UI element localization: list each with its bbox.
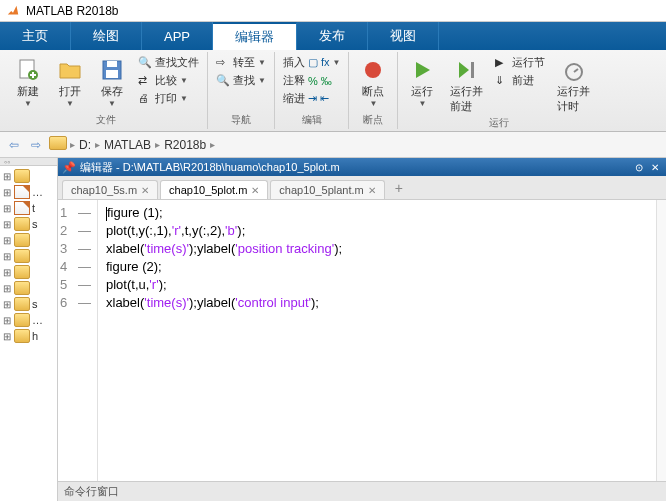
- group-edit: 插入 ▢ fx ▼ 注释 % ‰ 缩进 ⇥ ⇤ 编辑: [275, 52, 350, 129]
- tab-home[interactable]: 主页: [0, 22, 71, 50]
- print-icon: 🖨: [138, 92, 152, 106]
- file-icon: [14, 185, 30, 199]
- folder-icon: [14, 169, 30, 183]
- tab-editor[interactable]: 编辑器: [213, 22, 297, 50]
- folder-icon: [14, 233, 30, 247]
- comment-button[interactable]: 注释 % ‰: [279, 72, 345, 89]
- file-icon: [14, 201, 30, 215]
- tab-apps[interactable]: APP: [142, 22, 213, 50]
- editor-tab[interactable]: chap10_5plant.m✕: [270, 180, 384, 199]
- matlab-logo-icon: [6, 4, 20, 18]
- add-tab-button[interactable]: +: [387, 177, 411, 199]
- folder-icon: [14, 297, 30, 311]
- run-time-button[interactable]: 运行并 计时: [551, 54, 596, 116]
- editor-tab[interactable]: chap10_5plot.m✕: [160, 180, 268, 199]
- svg-rect-6: [471, 62, 474, 78]
- editor-panel: 📌 编辑器 - D:\MATLAB\R2018b\huamo\chap10_5p…: [58, 158, 666, 501]
- editor-pin-icon[interactable]: 📌: [62, 161, 76, 174]
- tab-publish[interactable]: 发布: [297, 22, 368, 50]
- nav-forward-button[interactable]: ⇨: [26, 135, 46, 155]
- arrow-right-icon: ⇨: [31, 138, 41, 152]
- editor-close-button[interactable]: ✕: [648, 160, 662, 174]
- command-window-tab[interactable]: 命令行窗口: [58, 481, 666, 501]
- svg-rect-3: [107, 61, 117, 67]
- menubar: 主页 绘图 APP 编辑器 发布 视图: [0, 22, 666, 50]
- tree-node[interactable]: ⊞…: [2, 312, 55, 328]
- line-gutter: 1— 2— 3— 4— 5— 6—: [58, 200, 98, 481]
- folder-icon: [14, 313, 30, 327]
- new-button[interactable]: 新建▼: [8, 54, 48, 110]
- find-files-button[interactable]: 🔍查找文件: [134, 54, 203, 71]
- tree-node[interactable]: ⊞h: [2, 328, 55, 344]
- breakpoints-button[interactable]: 断点▼: [353, 54, 393, 110]
- group-nav-label: 导航: [231, 113, 251, 127]
- breadcrumb: ▸ D: ▸ MATLAB ▸ R2018b ▸: [70, 138, 215, 152]
- goto-icon: ⇨: [216, 56, 230, 70]
- indent-button[interactable]: 缩进 ⇥ ⇤: [279, 90, 345, 107]
- svg-point-5: [365, 62, 381, 78]
- folder-up-icon: [49, 136, 67, 153]
- svg-rect-4: [106, 70, 118, 78]
- search-icon: 🔍: [216, 74, 230, 88]
- editor-header: 📌 编辑器 - D:\MATLAB\R2018b\huamo\chap10_5p…: [58, 158, 666, 176]
- find-button[interactable]: 🔍查找▼: [212, 72, 270, 89]
- run-time-icon: [560, 56, 588, 84]
- workarea: ◦◦ ⊞ ⊞… ⊞t ⊞s ⊞ ⊞ ⊞ ⊞ ⊞s ⊞… ⊞h 📌 编辑器 - D…: [0, 158, 666, 501]
- folder-open-icon: [56, 56, 84, 84]
- compare-button[interactable]: ⇄比较▼: [134, 72, 203, 89]
- open-button[interactable]: 打开▼: [50, 54, 90, 110]
- group-file: 新建▼ 打开▼ 保存▼ 🔍查找文件 ⇄比较▼ 🖨打印▼ 文件: [4, 52, 208, 129]
- compare-icon: ⇄: [138, 74, 152, 88]
- current-folder-panel: ◦◦ ⊞ ⊞… ⊞t ⊞s ⊞ ⊞ ⊞ ⊞ ⊞s ⊞… ⊞h: [0, 158, 58, 501]
- advance-icon: ⇓: [495, 74, 509, 88]
- folder-icon: [14, 329, 30, 343]
- file-tree: ⊞ ⊞… ⊞t ⊞s ⊞ ⊞ ⊞ ⊞ ⊞s ⊞… ⊞h: [0, 166, 57, 346]
- code-editor[interactable]: 1— 2— 3— 4— 5— 6— figure (1);plot(t,y(:,…: [58, 200, 666, 481]
- tree-node[interactable]: ⊞: [2, 232, 55, 248]
- save-button[interactable]: 保存▼: [92, 54, 132, 110]
- panel-minimize-strip[interactable]: ◦◦: [0, 158, 57, 166]
- close-tab-icon[interactable]: ✕: [141, 185, 149, 196]
- breakpoint-icon: [359, 56, 387, 84]
- close-tab-icon[interactable]: ✕: [368, 185, 376, 196]
- tree-node[interactable]: ⊞s: [2, 216, 55, 232]
- run-section-button[interactable]: ▶运行节: [491, 54, 549, 71]
- close-tab-icon[interactable]: ✕: [251, 185, 259, 196]
- folder-icon: [14, 249, 30, 263]
- tab-view[interactable]: 视图: [368, 22, 439, 50]
- tree-node[interactable]: ⊞: [2, 168, 55, 184]
- print-button[interactable]: 🖨打印▼: [134, 90, 203, 107]
- insert-button[interactable]: 插入 ▢ fx ▼: [279, 54, 345, 71]
- folder-icon: [14, 217, 30, 231]
- nav-back-button[interactable]: ⇦: [4, 135, 24, 155]
- folder-icon: [14, 265, 30, 279]
- nav-up-button[interactable]: [48, 135, 68, 155]
- goto-button[interactable]: ⇨转至▼: [212, 54, 270, 71]
- editor-tab[interactable]: chap10_5s.m✕: [62, 180, 158, 199]
- address-bar: ⇦ ⇨ ▸ D: ▸ MATLAB ▸ R2018b ▸: [0, 132, 666, 158]
- editor-dropdown-button[interactable]: ⊙: [632, 160, 646, 174]
- tree-node[interactable]: ⊞…: [2, 184, 55, 200]
- new-file-icon: [14, 56, 42, 84]
- tab-plots[interactable]: 绘图: [71, 22, 142, 50]
- group-run: 运行▼ 运行并 前进 ▶运行节 ⇓前进 运行并 计时 运行: [398, 52, 600, 129]
- breadcrumb-item[interactable]: R2018b: [162, 138, 208, 152]
- breadcrumb-item[interactable]: MATLAB: [102, 138, 153, 152]
- tree-node[interactable]: ⊞t: [2, 200, 55, 216]
- titlebar: MATLAB R2018b: [0, 0, 666, 22]
- find-files-icon: 🔍: [138, 56, 152, 70]
- tree-node[interactable]: ⊞: [2, 264, 55, 280]
- group-navigate: ⇨转至▼ 🔍查找▼ 导航: [208, 52, 275, 129]
- editor-title: 编辑器 - D:\MATLAB\R2018b\huamo\chap10_5plo…: [80, 160, 340, 175]
- group-edit-label: 编辑: [302, 113, 322, 127]
- code-content[interactable]: figure (1);plot(t,y(:,1),'r',t,y(:,2),'b…: [98, 200, 656, 481]
- arrow-left-icon: ⇦: [9, 138, 19, 152]
- advance-button[interactable]: ⇓前进: [491, 72, 549, 89]
- breadcrumb-item[interactable]: D:: [77, 138, 93, 152]
- tree-node[interactable]: ⊞: [2, 248, 55, 264]
- tree-node[interactable]: ⊞: [2, 280, 55, 296]
- run-advance-button[interactable]: 运行并 前进: [444, 54, 489, 116]
- editor-tabbar: chap10_5s.m✕ chap10_5plot.m✕ chap10_5pla…: [58, 176, 666, 200]
- tree-node[interactable]: ⊞s: [2, 296, 55, 312]
- run-button[interactable]: 运行▼: [402, 54, 442, 116]
